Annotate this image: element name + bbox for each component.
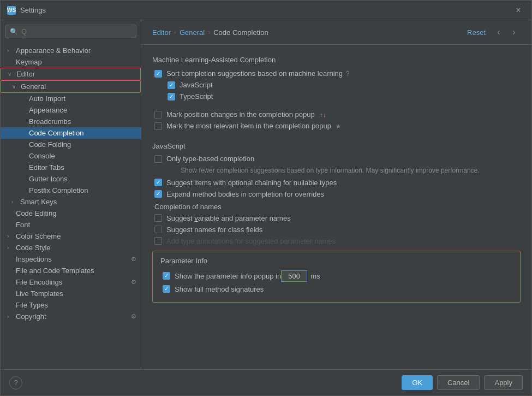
- mark-relevant-row: Mark the most relevant item in the compl…: [152, 122, 521, 130]
- sidebar-item-keymap[interactable]: Keymap: [1, 56, 141, 68]
- param-info-title: Parameter Info: [160, 257, 512, 265]
- ml-javascript-checkbox[interactable]: ✓: [168, 81, 175, 89]
- ml-javascript-row: ✓ JavaScript: [152, 81, 521, 89]
- help-button[interactable]: ?: [9, 376, 22, 389]
- ml-sort-label: Sort completion suggestions based on mac…: [166, 69, 343, 78]
- breadcrumb-nav: Reset ‹ ›: [467, 26, 521, 39]
- search-input[interactable]: [21, 27, 131, 36]
- mark-relevant-checkbox[interactable]: [154, 122, 162, 130]
- show-param-label: Show the parameter info popup in: [175, 272, 281, 280]
- nav-forward-button[interactable]: ›: [507, 26, 521, 39]
- sidebar-item-color-scheme[interactable]: › Color Scheme: [1, 230, 141, 242]
- help-icon[interactable]: ?: [346, 70, 350, 78]
- content-area: Editor › General › Code Completion Reset…: [141, 20, 531, 369]
- sidebar-item-file-types[interactable]: File Types: [1, 299, 141, 311]
- param-value-container: ms: [281, 270, 320, 282]
- sidebar-item-gutter-icons[interactable]: Gutter Icons: [1, 173, 141, 185]
- suggest-class-row: Suggest names for class fields: [152, 226, 521, 234]
- window-title: Settings: [20, 6, 46, 14]
- only-type-label: Only type-based completion: [166, 155, 254, 163]
- suggest-class-label: Suggest names for class fields: [166, 226, 262, 234]
- sidebar-item-copyright[interactable]: › Copyright ⚙: [1, 311, 141, 322]
- settings-icon: ⚙: [131, 279, 136, 286]
- sidebar-item-appearance[interactable]: Appearance: [1, 104, 141, 116]
- expand-method-checkbox[interactable]: ✓: [154, 190, 162, 198]
- sidebar-item-inspections[interactable]: Inspections ⚙: [1, 253, 141, 265]
- completion-names-header: Completion of names: [152, 203, 521, 211]
- settings-panel: Machine Learning-Assisted Completion ✓ S…: [141, 45, 531, 369]
- ml-javascript-label: JavaScript: [180, 81, 213, 89]
- mark-position-checkbox[interactable]: [154, 111, 162, 119]
- settings-dialog: WS Settings × 🔍 › Appearance & Behavior …: [0, 0, 532, 396]
- sidebar-item-appearance-behavior[interactable]: › Appearance & Behavior: [1, 45, 141, 56]
- main-content: 🔍 › Appearance & Behavior Keymap ∨ Edito…: [1, 20, 531, 369]
- expand-icon: ∨: [12, 84, 21, 90]
- expand-icon: ›: [7, 48, 16, 54]
- ml-typescript-label: TypeScript: [180, 92, 213, 101]
- cancel-button[interactable]: Cancel: [437, 375, 480, 390]
- arrows-icon: ↑↓: [320, 111, 326, 118]
- sidebar-item-file-code-templates[interactable]: File and Code Templates: [1, 265, 141, 276]
- show-param-row: ✓ Show the parameter info popup in ms: [160, 270, 512, 282]
- breadcrumb-editor[interactable]: Editor: [152, 28, 171, 37]
- expand-icon: ›: [7, 314, 16, 320]
- sidebar: 🔍 › Appearance & Behavior Keymap ∨ Edito…: [1, 20, 141, 369]
- close-button[interactable]: ×: [512, 4, 525, 17]
- ml-typescript-checkbox[interactable]: ✓: [168, 93, 175, 101]
- sidebar-item-font[interactable]: Font: [1, 219, 141, 230]
- sidebar-item-code-style[interactable]: › Code Style: [1, 242, 141, 253]
- sidebar-item-code-folding[interactable]: Code Folding: [1, 139, 141, 150]
- expand-icon: ›: [11, 199, 20, 205]
- breadcrumb-sep2: ›: [208, 28, 210, 36]
- only-type-hint: Show fewer completion suggestions based …: [152, 166, 521, 175]
- sidebar-item-file-encodings[interactable]: File Encodings ⚙: [1, 276, 141, 288]
- sidebar-item-editor[interactable]: ∨ Editor: [1, 68, 141, 80]
- sidebar-item-code-completion[interactable]: Code Completion: [1, 127, 141, 139]
- app-icon: WS: [7, 6, 16, 15]
- suggest-optional-checkbox[interactable]: ✓: [154, 179, 162, 186]
- show-full-checkbox[interactable]: ✓: [163, 285, 170, 293]
- search-icon: 🔍: [10, 28, 18, 36]
- show-full-row: ✓ Show full method signatures: [160, 285, 512, 293]
- suggest-optional-label: Suggest items with optional chaining for…: [166, 179, 337, 187]
- add-type-label: Add type annotations for suggested param…: [166, 237, 336, 245]
- sidebar-item-console[interactable]: Console: [1, 150, 141, 162]
- settings-icon: ⚙: [131, 313, 136, 320]
- sidebar-item-postfix-completion[interactable]: Postfix Completion: [1, 185, 141, 196]
- suggest-variable-checkbox[interactable]: [154, 214, 162, 222]
- breadcrumb-sep1: ›: [174, 28, 176, 36]
- ml-sort-row: ✓ Sort completion suggestions based on m…: [152, 69, 521, 78]
- ok-button[interactable]: OK: [402, 375, 433, 390]
- sidebar-item-code-editing[interactable]: Code Editing: [1, 208, 141, 219]
- only-type-checkbox[interactable]: [154, 155, 162, 163]
- show-param-checkbox[interactable]: ✓: [163, 272, 170, 280]
- breadcrumb-general[interactable]: General: [180, 28, 205, 37]
- sidebar-item-auto-import[interactable]: Auto Import: [1, 93, 141, 104]
- param-value-input[interactable]: [281, 270, 307, 282]
- expand-icon: ›: [7, 233, 16, 239]
- nav-back-button[interactable]: ‹: [492, 26, 505, 39]
- ml-typescript-row: ✓ TypeScript: [152, 92, 521, 101]
- show-full-label: Show full method signatures: [175, 285, 264, 293]
- reset-button[interactable]: Reset: [467, 28, 486, 37]
- sidebar-item-smart-keys[interactable]: › Smart Keys: [1, 196, 141, 208]
- apply-button[interactable]: Apply: [484, 375, 523, 390]
- sidebar-item-editor-tabs[interactable]: Editor Tabs: [1, 162, 141, 173]
- mark-relevant-label: Mark the most relevant item in the compl…: [166, 122, 341, 130]
- breadcrumb-current: Code Completion: [213, 28, 268, 37]
- suggest-optional-row: ✓ Suggest items with optional chaining f…: [152, 179, 521, 187]
- title-bar: WS Settings ×: [1, 1, 531, 20]
- search-box[interactable]: 🔍: [5, 25, 136, 38]
- sidebar-item-live-templates[interactable]: Live Templates: [1, 288, 141, 299]
- expand-icon: ∨: [8, 71, 16, 77]
- breadcrumb-bar: Editor › General › Code Completion Reset…: [141, 20, 531, 45]
- ml-sort-checkbox[interactable]: ✓: [154, 70, 162, 78]
- only-type-row: Only type-based completion: [152, 155, 521, 163]
- sidebar-item-breadcrumbs[interactable]: Breadcrumbs: [1, 116, 141, 127]
- sidebar-item-general[interactable]: ∨ General: [1, 80, 141, 93]
- add-type-checkbox[interactable]: [154, 237, 162, 245]
- suggest-variable-row: Suggest variable and parameter names: [152, 214, 521, 222]
- expand-method-row: ✓ Expand method bodies in completion for…: [152, 190, 521, 198]
- suggest-class-checkbox[interactable]: [154, 226, 162, 233]
- mark-position-label: Mark position changes in the completion …: [166, 110, 326, 119]
